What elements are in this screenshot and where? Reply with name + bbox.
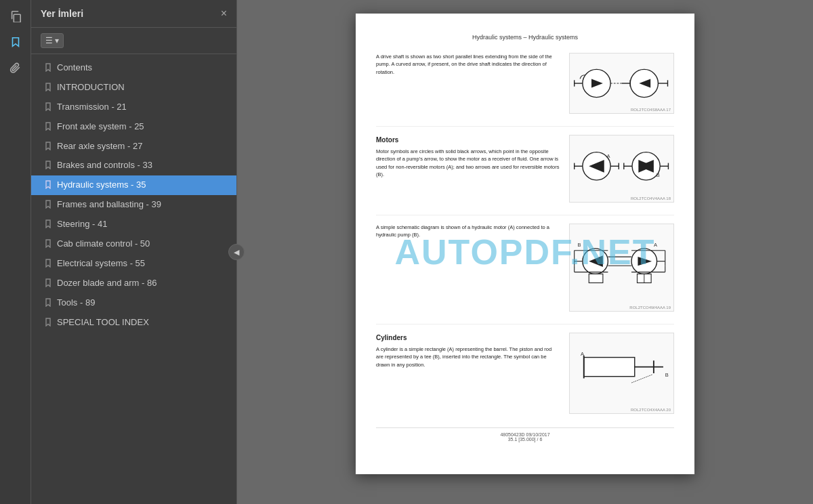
bookmark-icon-rear-axle [45,142,51,152]
bookmark-icon-tools [45,298,51,308]
sidebar-toolbar: ☰ ▾ [31,28,236,54]
section-intro-image: ROL2TCO4S8AAA 17 [569,53,674,114]
section-motors2: A simple schematic diagram is shown of a… [376,224,674,312]
bookmark-icon-introduction [45,83,51,93]
sidebar-title: Yer İmleri [41,8,83,19]
bookmark-item-dozer[interactable]: Dozer blade and arm - 86 [31,274,236,293]
bookmark-item-hydraulic[interactable]: Hydraulic systems - 35 [31,175,236,195]
bookmark-item-electrical[interactable]: Electrical systems - 55 [31,254,236,274]
bookmark-label-contents: Contents [57,62,92,74]
section-cylinders: Cylinders A cylinder is a simple rectang… [376,333,674,414]
page-footer: 48050423D 09/10/2017 35.1 [35.000] / 6 [376,427,674,442]
bookmark-label-front-axle: Front axle system - 25 [57,121,144,133]
section-motors: Motors Motor symbols are circles with so… [376,135,674,203]
grid-icon: ☰ [45,36,53,45]
bookmark-label-transmission: Transmission - 21 [57,102,127,113]
bookmark-icon-steering [45,219,51,230]
svg-text:A: A [606,153,610,159]
img-label-1: ROL2TCO4S8AAA 17 [631,108,671,112]
bookmark-label-cab-climate: Cab climate control - 50 [57,238,150,250]
bookmark-label-electrical: Electrical systems - 55 [57,258,145,270]
sidebar-close-button[interactable]: × [221,8,227,19]
bookmark-item-special-tool[interactable]: SPECIAL TOOL INDEX [31,313,236,333]
section-cylinders-layout: Cylinders A cylinder is a simple rectang… [376,333,674,414]
img-label-3: ROL2TCO4W4AAA 19 [629,306,671,310]
svg-text:B: B [577,242,581,248]
bookmark-icon-electrical [45,259,51,269]
section-intro-text: A drive shaft is shown as two short para… [376,53,560,76]
img-label-2: ROL2TCO4V4AAA 18 [631,196,671,201]
left-toolbar [0,0,31,504]
img-label-4: ROL2TCO4X4AAA 20 [631,408,671,412]
bookmark-item-transmission[interactable]: Transmission - 21 [31,98,236,117]
page-header: Hydraulic systems – Hydraulic systems [376,34,674,41]
section-motors-layout: Motors Motor symbols are circles with so… [376,135,674,203]
bookmark-label-introduction: INTRODUCTION [57,82,125,93]
sidebar-view-button[interactable]: ☰ ▾ [41,33,64,48]
bookmark-panel-icon[interactable] [5,31,26,53]
bookmark-label-tools: Tools - 89 [57,297,95,309]
svg-rect-49 [589,274,603,282]
section-motors2-layout: A simple schematic diagram is shown of a… [376,224,674,312]
section-motors-text: Motors Motor symbols are circles with so… [376,135,560,178]
bookmark-item-brakes[interactable]: Brakes and controls - 33 [31,156,236,175]
bookmarks-list: ContentsINTRODUCTIONTransmission - 21Fro… [31,54,236,504]
bookmark-icon-hydraulic [45,180,51,190]
bookmarks-sidebar: Yer İmleri × ☰ ▾ ContentsINTRODUCTIONTra… [31,0,237,504]
section-cylinders-heading: Cylinders [376,333,560,343]
bookmark-item-steering[interactable]: Steering - 41 [31,215,236,234]
svg-rect-50 [583,358,634,377]
bookmark-item-frames[interactable]: Frames and ballasting - 39 [31,195,236,215]
section-intro-layout: A drive shaft is shown as two short para… [376,53,674,114]
section-intro: A drive shaft is shown as two short para… [376,53,674,114]
bookmark-label-special-tool: SPECIAL TOOL INDEX [57,317,149,329]
section-motors2-image: B A [569,224,674,312]
bookmark-item-front-axle[interactable]: Front axle system - 25 [31,117,236,137]
bookmark-icon-frames [45,200,51,210]
section-motors-heading: Motors [376,135,560,145]
collapse-sidebar-button[interactable]: ◀ [228,244,245,260]
bookmark-item-introduction[interactable]: INTRODUCTION [31,78,236,98]
section-cylinders-image: A B ROL2TCO4X4AAA 20 [569,333,674,414]
bookmark-icon-transmission [45,102,51,112]
bookmark-item-cab-climate[interactable]: Cab climate control - 50 [31,234,236,254]
svg-text:B: B [665,372,668,378]
section-motors-image: A B ROL2TCO [569,135,674,203]
copy-icon[interactable] [5,5,26,27]
bookmark-label-steering: Steering - 41 [57,219,107,230]
bookmark-icon-contents [45,63,51,73]
bookmark-label-dozer: Dozer blade and arm - 86 [57,278,157,289]
footer-doc-number: 48050423D 09/10/2017 [376,432,674,437]
bookmark-label-brakes: Brakes and controls - 33 [57,160,152,171]
pdf-page: Hydraulic systems – Hydraulic systems A … [356,14,694,474]
bookmark-label-frames: Frames and ballasting - 39 [57,199,161,211]
bookmark-icon-special-tool [45,318,51,328]
dropdown-arrow: ▾ [55,36,59,45]
section-cylinders-text: Cylinders A cylinder is a simple rectang… [376,333,560,369]
bookmark-icon-brakes [45,161,51,171]
bookmark-label-hydraulic: Hydraulic systems - 35 [57,180,146,191]
bookmark-label-rear-axle: Rear axle system - 27 [57,141,142,152]
svg-rect-0 [14,14,20,22]
sidebar-header: Yer İmleri × [31,0,236,28]
bookmark-item-rear-axle[interactable]: Rear axle system - 27 [31,137,236,156]
svg-text:A: A [653,242,656,248]
bookmark-icon-cab-climate [45,239,51,249]
bookmark-icon-dozer [45,278,51,289]
bookmark-icon-front-axle [45,122,51,132]
footer-page-ref: 35.1 [35.000] / 6 [376,437,674,442]
attachment-icon[interactable] [5,57,26,79]
bookmark-item-tools[interactable]: Tools - 89 [31,293,236,313]
pdf-viewer: AUTOPDF.NET Hydraulic systems – Hydrauli… [237,0,813,504]
svg-text:B: B [656,172,659,178]
bookmark-item-contents[interactable]: Contents [31,58,236,78]
section-motors2-text: A simple schematic diagram is shown of a… [376,224,560,239]
